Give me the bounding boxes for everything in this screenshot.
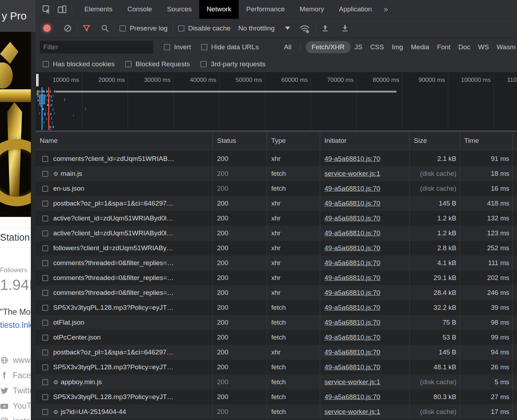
column-header-name[interactable]: Name — [35, 132, 213, 150]
3rd-party-requests-checkbox[interactable] — [200, 61, 207, 67]
request-name[interactable]: otPcCenter.json — [53, 334, 101, 341]
request-name[interactable]: SP5X3v3tyqPL.128.mp3?Policy=eyJT… — [53, 393, 174, 401]
invert-checkbox[interactable] — [164, 44, 170, 50]
request-name[interactable]: comments?threaded=0&filter_replies=… — [53, 259, 174, 267]
row-checkbox[interactable] — [42, 201, 48, 207]
request-name[interactable]: SP5X3v3tyqPL.128.mp3?Policy=eyJT… — [53, 363, 174, 371]
row-checkbox[interactable] — [42, 186, 48, 192]
tab-elements[interactable]: Elements — [77, 0, 120, 19]
filter-input[interactable] — [40, 41, 153, 54]
filter-funnel-icon[interactable] — [82, 24, 91, 33]
row-checkbox[interactable] — [42, 349, 48, 355]
social-link-youtube[interactable]: YouTu — [0, 398, 35, 414]
request-name[interactable]: appboy.min.js — [61, 378, 102, 386]
request-initiator-link[interactable]: 49-a5a68810.js:70 — [324, 289, 380, 297]
request-initiator-link[interactable]: 49-a5a68810.js:70 — [324, 393, 380, 401]
type-filter-img[interactable]: Img — [388, 41, 407, 53]
row-checkbox[interactable] — [42, 364, 48, 370]
request-name[interactable]: otFlat.json — [53, 319, 84, 326]
request-initiator-link[interactable]: 49-a5a68810.js:70 — [324, 229, 380, 237]
tab-performance[interactable]: Performance — [239, 0, 292, 19]
request-initiator-link[interactable]: 49-a5a68810.js:70 — [324, 214, 380, 222]
import-har-icon[interactable] — [321, 24, 329, 33]
search-icon[interactable] — [101, 24, 109, 33]
disable-cache-checkbox[interactable] — [178, 25, 184, 32]
row-checkbox[interactable] — [42, 171, 48, 177]
request-name[interactable]: en-us.json — [53, 185, 84, 192]
column-header-status[interactable]: Status — [213, 132, 267, 150]
more-tabs-button[interactable]: » — [379, 5, 393, 14]
request-name[interactable]: active?client_id=zdUqm51WRIAByd0l… — [53, 229, 173, 237]
table-row[interactable]: SP5X3v3tyqPL.128.mp3?Policy=eyJT…200fetc… — [35, 360, 517, 375]
request-initiator-link[interactable]: 49-a5a68810.js:70 — [324, 304, 380, 312]
table-row[interactable]: comments?threaded=0&filter_replies=…200x… — [35, 270, 517, 285]
row-checkbox[interactable] — [42, 335, 48, 341]
table-row[interactable]: postback?oz_pl=1&spa=1&ci=646297…200xhr4… — [35, 196, 517, 211]
request-name[interactable]: main.js — [61, 170, 82, 178]
table-row[interactable]: en-us.json200fetch49-a5a68810.js:70(disk… — [35, 181, 517, 196]
column-header-initiator[interactable]: Initiator — [320, 132, 410, 150]
request-initiator-link[interactable]: service-worker.js:1 — [324, 378, 380, 386]
request-name[interactable]: comments?client_id=zdUqm51WRIAB… — [53, 155, 174, 163]
table-row[interactable]: otFlat.json200fetch49-a5a68810.js:7075 B… — [35, 315, 517, 330]
page-scrollbar[interactable] — [31, 32, 35, 420]
type-filter-js[interactable]: JS — [351, 41, 366, 53]
table-row[interactable]: followers?client_id=zdUqm51WRIABy…200xhr… — [35, 241, 517, 256]
inspect-element-icon[interactable] — [42, 5, 51, 14]
network-conditions-icon[interactable] — [299, 24, 311, 33]
social-link-globe[interactable]: www. — [0, 353, 35, 368]
row-checkbox[interactable] — [42, 305, 48, 311]
column-header-type[interactable]: Type — [267, 132, 320, 150]
blocked-requests-checkbox[interactable] — [125, 61, 132, 67]
request-name[interactable]: js?id=UA-2519404-44 — [61, 408, 126, 416]
record-icon[interactable] — [43, 24, 51, 32]
table-row[interactable]: comments?threaded=0&filter_replies=…200x… — [35, 285, 517, 300]
type-filter-media[interactable]: Media — [407, 41, 433, 53]
social-link-facebook[interactable]: fFaceb — [0, 368, 35, 383]
request-name[interactable]: SP5X3v3tyqPL.128.mp3?Policy=eyJT… — [53, 304, 174, 312]
request-initiator-link[interactable]: 49-a5a68810.js:70 — [324, 185, 380, 192]
artist-bio-link[interactable]: tiesto.lnk — [0, 320, 32, 330]
hide-data-urls-checkbox[interactable] — [201, 44, 207, 50]
has-blocked-cookies-checkbox[interactable] — [43, 61, 49, 67]
request-name[interactable]: comments?threaded=0&filter_replies=… — [53, 289, 174, 297]
type-filter-doc[interactable]: Doc — [454, 41, 474, 53]
station-button[interactable]: Station — [0, 228, 33, 247]
table-row[interactable]: comments?threaded=0&filter_replies=…200x… — [35, 256, 517, 270]
table-row[interactable]: active?client_id=zdUqm51WRIAByd0l…200xhr… — [35, 226, 517, 241]
request-initiator-link[interactable]: 49-a5a68810.js:70 — [324, 155, 380, 163]
row-checkbox[interactable] — [42, 379, 48, 385]
request-name[interactable]: active?client_id=zdUqm51WRIAByd0l… — [53, 214, 173, 222]
table-row[interactable]: active?client_id=zdUqm51WRIAByd0l…200xhr… — [35, 211, 517, 226]
row-checkbox[interactable] — [42, 156, 48, 162]
request-initiator-link[interactable]: 49-a5a68810.js:70 — [324, 319, 380, 326]
type-filter-all[interactable]: All — [280, 41, 295, 53]
tab-network[interactable]: Network — [199, 0, 239, 19]
request-initiator-link[interactable]: service-worker.js:1 — [324, 408, 380, 416]
request-name[interactable]: comments?threaded=0&filter_replies=… — [53, 274, 174, 282]
request-initiator-link[interactable]: 49-a5a68810.js:70 — [324, 334, 380, 341]
type-filter-wasm[interactable]: Wasm — [493, 41, 517, 53]
request-initiator-link[interactable]: 49-a5a68810.js:70 — [324, 200, 380, 207]
column-header-size[interactable]: Size — [410, 132, 460, 150]
table-row[interactable]: SP5X3v3tyqPL.128.mp3?Policy=eyJT…200fetc… — [35, 300, 517, 315]
tab-memory[interactable]: Memory — [292, 0, 332, 19]
request-initiator-link[interactable]: 49-a5a68810.js:70 — [324, 274, 380, 282]
request-initiator-link[interactable]: 49-a5a68810.js:70 — [324, 244, 380, 252]
network-overview-timeline[interactable]: 10000 ms20000 ms30000 ms40000 ms50000 ms… — [35, 73, 517, 130]
column-header-time[interactable]: Time — [460, 132, 513, 150]
row-checkbox[interactable] — [42, 275, 48, 281]
row-checkbox[interactable] — [42, 320, 48, 326]
request-name[interactable]: followers?client_id=zdUqm51WRIABy… — [53, 244, 173, 252]
request-initiator-link[interactable]: 49-a5a68810.js:70 — [324, 348, 380, 356]
request-initiator-link[interactable]: service-worker.js:1 — [324, 170, 380, 178]
type-filter-ws[interactable]: WS — [474, 41, 493, 53]
table-row[interactable]: SP5X3v3tyqPL.128.mp3?Policy=eyJT…200fetc… — [35, 390, 517, 404]
row-checkbox[interactable] — [42, 245, 48, 251]
row-checkbox[interactable] — [42, 215, 48, 222]
device-toolbar-icon[interactable] — [57, 5, 67, 14]
chevron-down-icon[interactable] — [285, 27, 290, 30]
tab-application[interactable]: Application — [332, 0, 379, 19]
request-name[interactable]: postback?oz_pl=1&spa=1&ci=646297… — [53, 348, 173, 356]
request-initiator-link[interactable]: 49-a5a68810.js:70 — [324, 259, 380, 267]
